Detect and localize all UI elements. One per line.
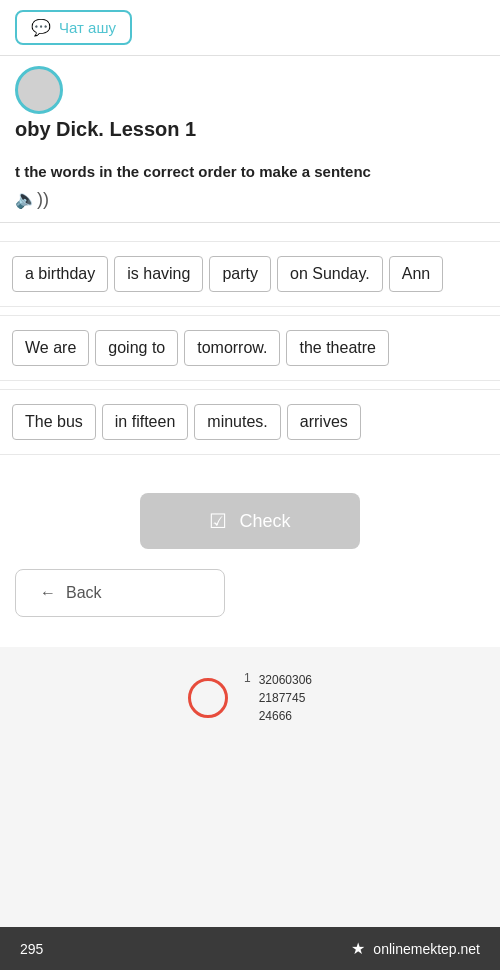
instruction-text: t the words in the correct order to make… (15, 161, 485, 182)
stats-line3: 24666 (259, 707, 312, 725)
avatar (15, 66, 63, 114)
word-chip[interactable]: The bus (12, 404, 96, 440)
main-content: a birthday is having party on Sunday. An… (0, 223, 500, 647)
bottom-nav: 295 ★ onlinemektep.net (0, 927, 500, 970)
word-chip[interactable]: going to (95, 330, 178, 366)
word-chip[interactable]: party (209, 256, 271, 292)
check-section: ☑ Check (0, 463, 500, 569)
check-label: Check (239, 511, 290, 532)
word-chip[interactable]: the theatre (286, 330, 389, 366)
stats-number1: 1 (244, 671, 251, 685)
check-icon: ☑ (209, 509, 227, 533)
back-section: ← Back (0, 569, 500, 637)
stats-line2: 2187745 (259, 689, 312, 707)
word-chip[interactable]: We are (12, 330, 89, 366)
word-chip[interactable]: a birthday (12, 256, 108, 292)
chat-label: Чат ашу (59, 19, 116, 36)
word-chip[interactable]: in fifteen (102, 404, 188, 440)
check-button[interactable]: ☑ Check (140, 493, 360, 549)
word-chip[interactable]: arrives (287, 404, 361, 440)
chat-button[interactable]: 💬 Чат ашу (15, 10, 132, 45)
word-chip[interactable]: on Sunday. (277, 256, 383, 292)
back-label: Back (66, 584, 102, 602)
stats-section: 1 32060306 2187745 24666 (0, 647, 500, 749)
lesson-title: oby Dick. Lesson 1 (15, 118, 485, 141)
site-name: onlinemektep.net (373, 941, 480, 957)
back-arrow-icon: ← (40, 584, 56, 602)
word-chip[interactable]: Ann (389, 256, 443, 292)
stats-circle (188, 678, 228, 718)
sentence-row-3: The bus in fifteen minutes. arrives (0, 389, 500, 455)
word-chip[interactable]: tomorrow. (184, 330, 280, 366)
lesson-title-section: oby Dick. Lesson 1 (0, 114, 500, 153)
back-button[interactable]: ← Back (15, 569, 225, 617)
top-bar: 💬 Чат ашу (0, 0, 500, 56)
instruction-section: t the words in the correct order to make… (0, 153, 500, 223)
sentence-row-1: a birthday is having party on Sunday. An… (0, 241, 500, 307)
chat-icon: 💬 (31, 18, 51, 37)
word-chip[interactable]: is having (114, 256, 203, 292)
page-number: 295 (20, 941, 43, 957)
globe-icon: ★ (351, 939, 365, 958)
stats-line1: 32060306 (259, 671, 312, 689)
avatar-section (0, 56, 500, 114)
stats-numbers: 32060306 2187745 24666 (259, 671, 312, 725)
site-info: ★ onlinemektep.net (351, 939, 480, 958)
word-chip[interactable]: minutes. (194, 404, 280, 440)
audio-icon[interactable]: 🔈)) (15, 188, 485, 210)
sentence-row-2: We are going to tomorrow. the theatre (0, 315, 500, 381)
